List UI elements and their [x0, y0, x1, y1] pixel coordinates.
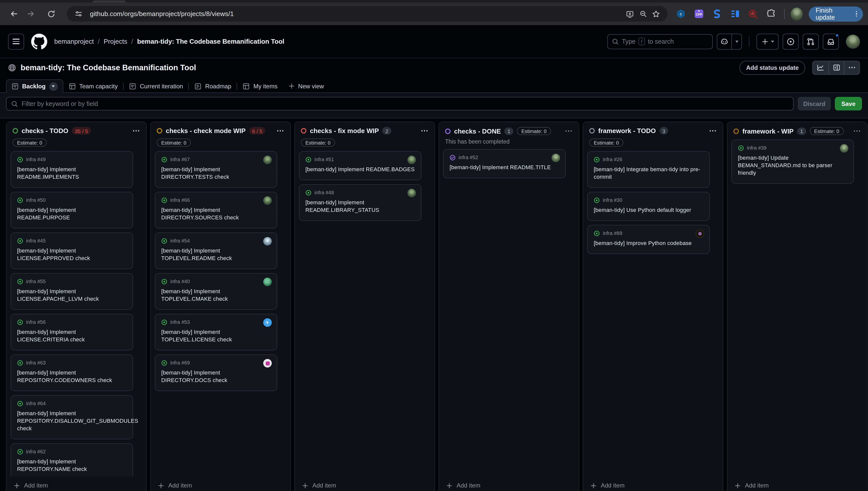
- card-infra-52[interactable]: infra #52[beman-tidy] Implement README.T…: [443, 149, 566, 178]
- card-assignee-avatar[interactable]: [263, 318, 272, 327]
- card-infra-49[interactable]: infra #49[beman-tidy] Implement README.I…: [10, 151, 133, 188]
- card-meta: infra #49: [17, 156, 127, 163]
- site-settings-icon[interactable]: [72, 7, 85, 20]
- browser-tab[interactable]: [92, 0, 125, 2]
- add-item-button[interactable]: Add item: [439, 476, 579, 491]
- global-nav-menu-button[interactable]: [8, 33, 24, 50]
- github-logo-icon[interactable]: [31, 33, 47, 50]
- card-id: infra #67: [170, 156, 190, 162]
- browser-menu-icon[interactable]: [853, 11, 860, 17]
- card-infra-45[interactable]: infra #45[beman-tidy] Implement LICENSE.…: [10, 232, 133, 269]
- ext-cpp-hex-icon[interactable]: C: [676, 9, 685, 19]
- copilot-icon[interactable]: [717, 33, 732, 50]
- card-infra-89[interactable]: infra #89[beman-tidy] Improve Python cod…: [587, 225, 710, 254]
- new-view-button[interactable]: New view: [283, 79, 330, 93]
- column-count-badge: 3: [659, 127, 668, 135]
- add-item-button[interactable]: Add item: [295, 476, 435, 491]
- copilot-button[interactable]: [717, 33, 742, 50]
- column-menu-button[interactable]: [276, 129, 284, 133]
- finish-update-button[interactable]: Finish update: [809, 6, 863, 21]
- column-menu-button[interactable]: [132, 129, 140, 133]
- card-infra-69[interactable]: infra #69[beman-tidy] Implement DIRECTOR…: [155, 354, 277, 391]
- card-assignee-avatar[interactable]: [840, 144, 848, 153]
- ext-s-blue-icon[interactable]: [712, 9, 722, 19]
- board: checks - TODO35 / 5Estimate: 0infra #49[…: [0, 118, 868, 491]
- project-menu-button[interactable]: [844, 61, 860, 74]
- card-assignee-avatar[interactable]: [552, 154, 560, 162]
- add-item-button[interactable]: Add item: [583, 476, 723, 491]
- card-assignee-avatar[interactable]: [263, 237, 272, 246]
- view-options-button[interactable]: [49, 82, 57, 91]
- view-tab-my-items[interactable]: My items: [237, 79, 283, 93]
- sidebar-icon: [833, 64, 840, 71]
- card-infra-67[interactable]: infra #67[beman-tidy] Implement DIRECTOR…: [155, 151, 277, 188]
- card-infra-51[interactable]: infra #51[beman-tidy] Implement README.B…: [299, 151, 421, 180]
- card-assignee-avatar[interactable]: [263, 278, 272, 286]
- create-new-button[interactable]: [756, 33, 779, 50]
- view-tab-backlog[interactable]: Backlog: [6, 79, 63, 93]
- column-framework-wip: framework - WIP1Estimate: 0infra #39[bem…: [727, 121, 868, 491]
- view-tab-current-iteration[interactable]: Current iteration: [124, 79, 189, 93]
- add-item-button[interactable]: Add item: [727, 476, 867, 491]
- column-menu-button[interactable]: [853, 129, 861, 133]
- card-assignee-avatar[interactable]: [263, 196, 272, 205]
- ext-lines-blue-icon[interactable]: [730, 9, 740, 19]
- card-infra-54[interactable]: infra #54[beman-tidy] Implement TOPLEVEL…: [155, 232, 277, 269]
- breadcrumb-current[interactable]: beman-tidy: The Codebase Bemanification …: [137, 38, 284, 45]
- card-infra-62[interactable]: infra #62[beman-tidy] Implement REPOSITO…: [10, 443, 133, 476]
- card-assignee-avatar[interactable]: [408, 189, 416, 197]
- insights-button[interactable]: [813, 61, 828, 74]
- side-panel-button[interactable]: [828, 61, 844, 74]
- extensions-puzzle-icon[interactable]: [766, 9, 776, 19]
- card-meta: infra #54: [161, 237, 271, 244]
- card-infra-26[interactable]: infra #26[beman-tidy] Integrate beman-ti…: [587, 151, 710, 188]
- column-menu-button[interactable]: [420, 129, 428, 133]
- zoom-icon[interactable]: [637, 7, 649, 20]
- column-menu-button[interactable]: [564, 129, 572, 133]
- card-title: [beman-tidy] Update BEMAN_STANDARD.md to…: [738, 154, 847, 177]
- card-infra-39[interactable]: infra #39[beman-tidy] Update BEMAN_STAND…: [731, 140, 854, 184]
- card-assignee-avatar[interactable]: [263, 359, 272, 368]
- card-infra-63[interactable]: infra #63[beman-tidy] Implement REPOSITO…: [10, 354, 133, 391]
- view-tab-team-capacity[interactable]: Team capacity: [63, 79, 123, 93]
- copilot-dropdown[interactable]: [732, 33, 742, 50]
- card-meta: infra #26: [594, 156, 703, 163]
- card-infra-53[interactable]: infra #53[beman-tidy] Implement TOPLEVEL…: [155, 314, 277, 350]
- user-avatar[interactable]: [846, 34, 860, 49]
- card-infra-30[interactable]: infra #30[beman-tidy] Use Python default…: [587, 192, 710, 221]
- card-infra-48[interactable]: infra #48[beman-tidy] Implement README.L…: [299, 184, 421, 221]
- card-infra-56[interactable]: infra #56[beman-tidy] Implement LICENSE.…: [10, 314, 133, 350]
- discard-button[interactable]: Discard: [798, 97, 831, 111]
- card-assignee-avatar[interactable]: [696, 229, 704, 238]
- column-menu-button[interactable]: [708, 129, 717, 133]
- card-infra-64[interactable]: infra #64[beman-tidy] Implement REPOSITO…: [10, 395, 133, 439]
- inbox-button[interactable]: [823, 33, 839, 50]
- card-infra-40[interactable]: infra #40[beman-tidy] Implement TOPLEVEL…: [155, 273, 277, 310]
- issues-button[interactable]: [783, 33, 799, 50]
- card-infra-66[interactable]: infra #66[beman-tidy] Implement DIRECTOR…: [155, 192, 277, 228]
- filter-input[interactable]: Filter by keyword or by field: [6, 97, 794, 111]
- card-assignee-avatar[interactable]: [408, 156, 416, 164]
- add-item-button[interactable]: Add item: [6, 476, 146, 491]
- save-button[interactable]: Save: [835, 97, 862, 111]
- view-tab-roadmap[interactable]: Roadmap: [189, 79, 237, 93]
- global-search-input[interactable]: Type / to search: [607, 34, 713, 49]
- pull-requests-button[interactable]: [803, 33, 819, 50]
- address-bar[interactable]: github.com/orgs/bemanproject/projects/8/…: [67, 6, 668, 22]
- add-status-update-button[interactable]: Add status update: [740, 60, 805, 75]
- forward-icon[interactable]: [24, 7, 38, 21]
- card-assignee-avatar[interactable]: [263, 156, 272, 164]
- ext-cpp-purple-icon[interactable]: CPP: [694, 9, 704, 19]
- bookmark-star-icon[interactable]: [649, 7, 663, 20]
- add-item-button[interactable]: Add item: [151, 476, 290, 491]
- card-infra-55[interactable]: infra #55[beman-tidy] Implement LICENSE.…: [10, 273, 133, 310]
- browser-profile-avatar[interactable]: [791, 7, 803, 20]
- card-infra-50[interactable]: infra #50[beman-tidy] Implement README.P…: [10, 192, 133, 228]
- globe-icon: [8, 63, 16, 71]
- install-icon[interactable]: [623, 7, 637, 20]
- ext-chart-red-icon[interactable]: [748, 9, 758, 19]
- back-icon[interactable]: [6, 7, 21, 21]
- breadcrumb-projects[interactable]: Projects: [104, 38, 127, 45]
- reload-icon[interactable]: [44, 7, 58, 21]
- breadcrumb-org[interactable]: bemanproject: [54, 38, 94, 45]
